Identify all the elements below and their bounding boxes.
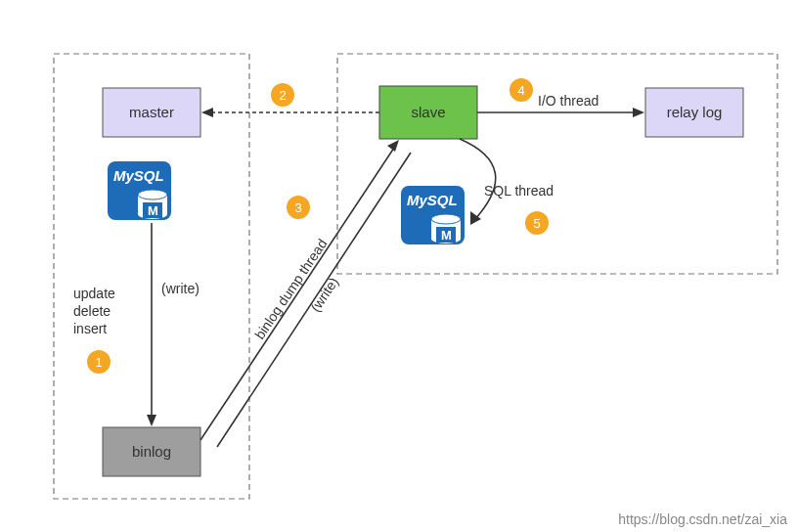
- edge-io-thread: I/O thread: [477, 93, 644, 117]
- svg-line-24: [200, 145, 396, 440]
- mysql-icon-master: MySQL M: [108, 161, 171, 220]
- relay-log-box: relay log: [645, 88, 743, 137]
- label-io-thread: I/O thread: [538, 93, 598, 109]
- relay-log-label: relay log: [667, 104, 723, 120]
- svg-text:2: 2: [279, 88, 286, 103]
- svg-text:1: 1: [95, 355, 102, 370]
- slave-box: slave: [379, 86, 477, 139]
- badge-4: 4: [510, 78, 533, 102]
- mysql-badge-master: M: [148, 203, 158, 218]
- svg-marker-21: [201, 108, 213, 117]
- svg-marker-17: [147, 415, 156, 426]
- svg-marker-30: [633, 108, 644, 117]
- svg-text:4: 4: [517, 83, 524, 98]
- edge-binlog-to-slave: binlog dump thread (write): [200, 140, 411, 447]
- ops-delete: delete: [73, 303, 111, 319]
- badge-3: 3: [287, 196, 310, 219]
- label-sql-thread: SQL thread: [484, 183, 554, 199]
- ops-group: update delete insert: [73, 286, 115, 336]
- binlog-box: binlog: [103, 427, 200, 476]
- master-box: master: [103, 88, 200, 137]
- badge-5: 5: [525, 211, 549, 235]
- label-write: (write): [161, 281, 200, 296]
- master-label: master: [129, 104, 174, 120]
- mysql-title-slave: MySQL: [407, 192, 458, 208]
- svg-marker-25: [387, 140, 399, 152]
- mysql-title-master: MySQL: [113, 167, 164, 184]
- edge-slave-to-master: [201, 108, 379, 117]
- mysql-badge-slave: M: [441, 228, 452, 243]
- svg-text:5: 5: [533, 216, 540, 231]
- binlog-label: binlog: [132, 443, 171, 460]
- edge-write-master-binlog: (write): [147, 223, 200, 426]
- svg-text:3: 3: [294, 200, 301, 215]
- mysql-icon-slave: MySQL M: [401, 186, 465, 244]
- slave-label: slave: [411, 104, 445, 120]
- watermark: https://blog.csdn.net/zai_xia: [618, 511, 787, 527]
- label-write-dump: (write): [307, 274, 341, 314]
- ops-update: update: [73, 286, 115, 301]
- ops-insert: insert: [73, 321, 107, 336]
- badge-1: 1: [87, 350, 111, 374]
- badge-2: 2: [271, 83, 294, 107]
